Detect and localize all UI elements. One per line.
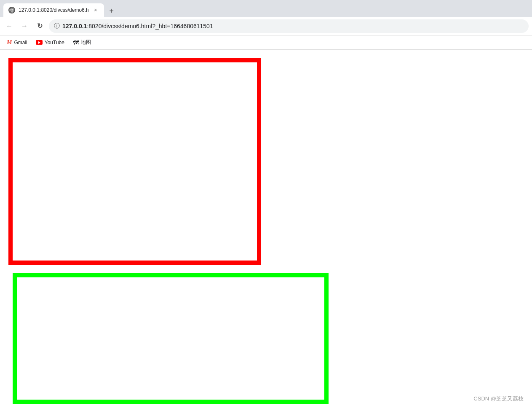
youtube-label: YouTube [45, 40, 64, 46]
bookmarks-bar: M Gmail YouTube 🗺 地图 [0, 35, 532, 50]
url-input[interactable]: ⓘ 127.0.0.1:8020/divcss/demo6.html?_hbt=… [49, 19, 529, 33]
bookmark-youtube[interactable]: YouTube [32, 38, 68, 47]
forward-icon: → [21, 22, 28, 30]
gmail-icon: M [7, 39, 12, 46]
reload-icon: ↻ [37, 22, 43, 30]
url-text: 127.0.0.1:8020/divcss/demo6.html?_hbt=16… [62, 23, 524, 30]
red-bordered-box [8, 58, 261, 265]
info-icon: ⓘ [54, 22, 60, 30]
csdn-watermark: CSDN @芝芝又荔枝 [473, 395, 524, 403]
tab-close-button[interactable]: × [92, 7, 99, 13]
browser-chrome: 127.0.0.1:8020/divcss/demo6.h × + ← → ↻ … [0, 0, 532, 50]
tab-bar: 127.0.0.1:8020/divcss/demo6.h × + [0, 0, 532, 17]
green-bordered-box [13, 273, 329, 404]
gmail-label: Gmail [14, 40, 27, 46]
youtube-play-icon [38, 41, 40, 44]
maps-icon: 🗺 [73, 39, 79, 46]
watermark-text: CSDN @芝芝又荔枝 [473, 395, 524, 402]
new-tab-button[interactable]: + [106, 5, 118, 17]
back-button[interactable]: ← [3, 20, 15, 32]
reload-button[interactable]: ↻ [34, 20, 45, 32]
forward-button[interactable]: → [19, 20, 30, 32]
tab-favicon [8, 7, 15, 13]
tab-title: 127.0.0.1:8020/divcss/demo6.h [19, 7, 89, 13]
maps-label: 地图 [81, 39, 91, 46]
youtube-icon [36, 40, 43, 45]
bookmark-maps[interactable]: 🗺 地图 [70, 37, 94, 48]
url-path: :8020/divcss/demo6.html?_hbt=16646806115… [87, 23, 213, 30]
address-bar: ← → ↻ ⓘ 127.0.0.1:8020/divcss/demo6.html… [0, 17, 532, 35]
back-icon: ← [6, 22, 13, 30]
active-tab[interactable]: 127.0.0.1:8020/divcss/demo6.h × [3, 3, 104, 17]
url-host: 127.0.0.1 [62, 23, 87, 30]
page-content [0, 50, 532, 411]
bookmark-gmail[interactable]: M Gmail [3, 38, 31, 48]
